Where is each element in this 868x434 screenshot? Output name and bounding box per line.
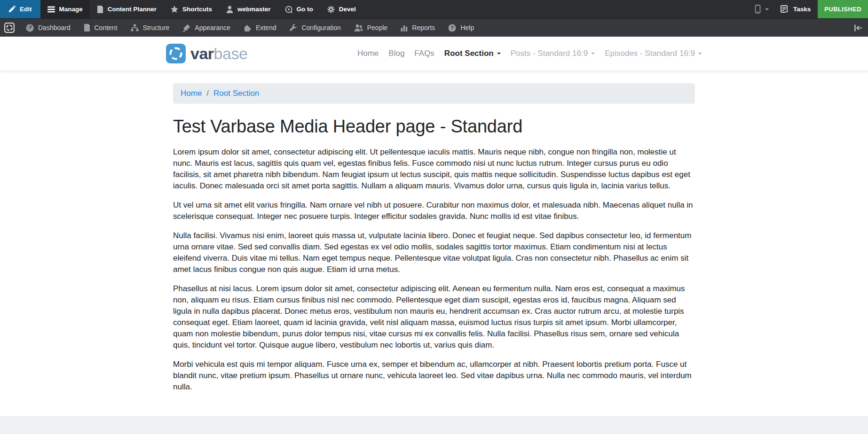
admin-menu-tray: Dashboard Content Structure Appearance E… bbox=[0, 18, 868, 37]
menu-icon bbox=[47, 6, 55, 13]
paragraph-3: Nulla facilisi. Vivamus nisi enim, laore… bbox=[173, 230, 695, 275]
reports-icon bbox=[401, 24, 408, 31]
nav-root-section[interactable]: Root Section bbox=[444, 49, 501, 58]
people-label: People bbox=[367, 24, 388, 31]
edit-label: Edit bbox=[20, 6, 32, 13]
moderation-state-badge[interactable]: PUBLISHED bbox=[818, 0, 868, 18]
content-label: Content bbox=[95, 24, 118, 31]
dashboard-label: Dashboard bbox=[38, 24, 71, 31]
tasks-label: Tasks bbox=[793, 6, 811, 13]
chevron-down-icon bbox=[591, 53, 595, 56]
paragraph-4: Phasellus at nisi lacus. Lorem ipsum dol… bbox=[173, 283, 695, 351]
file-icon bbox=[97, 6, 103, 13]
toolbar-collapse-icon bbox=[854, 24, 862, 31]
mobile-preview-button[interactable] bbox=[749, 0, 773, 18]
goto-icon bbox=[285, 6, 292, 13]
paragraph-5: Morbi vehicula est quis mi tempor aliqua… bbox=[173, 359, 695, 393]
user-account-tab[interactable]: webmaster bbox=[219, 0, 278, 18]
structure-tab[interactable]: Structure bbox=[124, 19, 176, 37]
svg-text:?: ? bbox=[451, 25, 454, 31]
nav-home[interactable]: Home bbox=[357, 49, 379, 58]
main-content: Home / Root Section Test Varbase Media H… bbox=[0, 70, 868, 416]
help-label: Help bbox=[460, 24, 474, 31]
appearance-label: Appearance bbox=[195, 24, 230, 31]
nav-posts-standard[interactable]: Posts - Standard 16:9 bbox=[511, 49, 595, 58]
goto-tab[interactable]: Go to bbox=[278, 0, 320, 18]
gear-icon bbox=[327, 6, 335, 13]
breadcrumb: Home / Root Section bbox=[173, 83, 695, 104]
extend-icon bbox=[244, 24, 252, 32]
site-name: varbase bbox=[190, 46, 247, 62]
varbase-logo-icon bbox=[166, 44, 186, 63]
extend-tab[interactable]: Extend bbox=[237, 19, 283, 37]
chevron-down-icon bbox=[698, 53, 702, 56]
chevron-down-icon bbox=[497, 53, 501, 56]
tasks-tab[interactable]: Tasks bbox=[773, 0, 818, 18]
toolbar-spacer bbox=[363, 0, 749, 18]
mobile-phone-icon bbox=[754, 5, 762, 14]
main-nav: Home Blog FAQs Root Section Posts - Stan… bbox=[357, 49, 702, 58]
configuration-icon bbox=[289, 24, 297, 32]
user-account-label: webmaster bbox=[237, 6, 271, 13]
paragraph-1: Lorem ipsum dolor sit amet, consectetur … bbox=[173, 147, 695, 192]
structure-icon bbox=[131, 24, 139, 31]
configuration-label: Configuration bbox=[301, 24, 340, 31]
page-footer bbox=[0, 416, 868, 434]
pencil-icon bbox=[8, 6, 16, 13]
nav-episodes-standard[interactable]: Episodes - Standard 16:9 bbox=[605, 49, 702, 58]
configuration-tab[interactable]: Configuration bbox=[283, 19, 347, 37]
devel-tab[interactable]: Devel bbox=[320, 0, 363, 18]
admin-toolbar: Edit Manage Content Planner Shortcuts we… bbox=[0, 0, 868, 18]
content-tab[interactable]: Content bbox=[77, 19, 124, 37]
dashboard-tab[interactable]: Dashboard bbox=[19, 19, 77, 37]
goto-label: Go to bbox=[297, 6, 313, 13]
structure-label: Structure bbox=[143, 24, 170, 31]
help-icon: ? bbox=[448, 24, 456, 32]
shortcuts-label: Shortcuts bbox=[182, 6, 212, 13]
people-icon bbox=[354, 24, 363, 31]
shortcuts-tab[interactable]: Shortcuts bbox=[164, 0, 219, 18]
people-tab[interactable]: People bbox=[347, 19, 395, 37]
toolbar-spacer bbox=[481, 19, 848, 37]
appearance-tab[interactable]: Appearance bbox=[176, 19, 237, 37]
star-icon bbox=[171, 6, 178, 13]
user-icon bbox=[226, 6, 233, 13]
page-title: Test Varbase Media Header page - Standar… bbox=[173, 116, 695, 137]
extend-label: Extend bbox=[256, 24, 276, 31]
varbase-home-icon bbox=[4, 23, 15, 33]
edit-button[interactable]: Edit bbox=[0, 0, 40, 18]
caret-down-icon bbox=[765, 8, 769, 12]
breadcrumb-home-link[interactable]: Home bbox=[181, 89, 202, 98]
site-logo[interactable]: varbase bbox=[166, 44, 247, 63]
article-body: Lorem ipsum dolor sit amet, consectetur … bbox=[173, 147, 695, 393]
reports-tab[interactable]: Reports bbox=[394, 19, 442, 37]
collapse-toolbar-button[interactable] bbox=[848, 19, 868, 37]
breadcrumb-current-link[interactable]: Root Section bbox=[213, 89, 259, 98]
content-planner-label: Content Planner bbox=[108, 6, 157, 13]
appearance-icon bbox=[182, 24, 190, 32]
content-icon bbox=[84, 24, 90, 31]
tasks-icon bbox=[781, 5, 789, 13]
help-tab[interactable]: ? Help bbox=[442, 19, 481, 37]
nav-faqs[interactable]: FAQs bbox=[414, 49, 434, 58]
back-to-site-button[interactable] bbox=[0, 19, 19, 37]
published-label: PUBLISHED bbox=[824, 6, 861, 13]
manage-tab[interactable]: Manage bbox=[40, 0, 90, 18]
devel-label: Devel bbox=[339, 6, 356, 13]
breadcrumb-separator: / bbox=[206, 89, 209, 98]
paragraph-2: Ut vel urna sit amet elit varius fringil… bbox=[173, 200, 695, 222]
dashboard-icon bbox=[26, 24, 34, 32]
site-header: varbase Home Blog FAQs Root Section Post… bbox=[0, 37, 868, 70]
content-planner-tab[interactable]: Content Planner bbox=[90, 0, 164, 18]
manage-label: Manage bbox=[59, 6, 83, 13]
nav-blog[interactable]: Blog bbox=[388, 49, 404, 58]
reports-label: Reports bbox=[412, 24, 435, 31]
